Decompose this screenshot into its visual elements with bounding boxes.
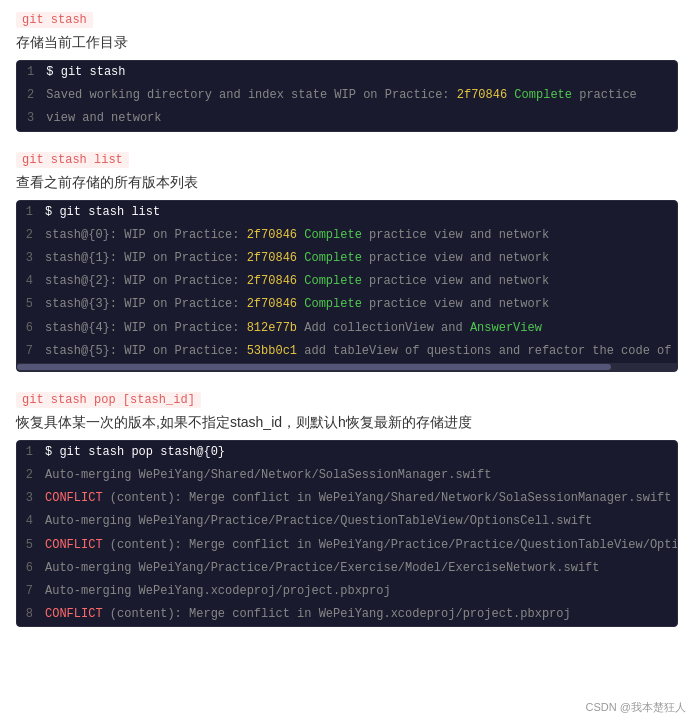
line-content: $ git stash pop stash@{0}: [41, 441, 678, 464]
table-row: 1$ git stash pop stash@{0}: [17, 441, 678, 464]
code-token: 2f70846: [457, 88, 507, 102]
code-token: Auto-merging WePeiYang/Shared/Network/So…: [45, 468, 491, 482]
table-row: 5stash@{3}: WIP on Practice: 2f70846 Com…: [17, 293, 678, 316]
code-token: Complete: [507, 88, 579, 102]
code-token: 812e77b: [247, 321, 297, 335]
line-content: Auto-merging WePeiYang/Shared/Network/So…: [41, 464, 678, 487]
line-content: stash@{3}: WIP on Practice: 2f70846 Comp…: [41, 293, 678, 316]
line-content: CONFLICT (content): Merge conflict in We…: [41, 487, 678, 510]
line-content: CONFLICT (content): Merge conflict in We…: [41, 603, 678, 626]
line-number: 6: [17, 557, 41, 580]
code-token: $ git stash pop stash@{0}: [45, 445, 225, 459]
code-token: Complete: [297, 297, 369, 311]
code-block-stash-pop: 1$ git stash pop stash@{0}2Auto-merging …: [16, 440, 678, 628]
line-number: 7: [17, 340, 41, 363]
code-token: practice: [579, 88, 637, 102]
line-number: 7: [17, 580, 41, 603]
table-row: 7stash@{5}: WIP on Practice: 53bb0c1 add…: [17, 340, 678, 363]
code-token: CONFLICT: [45, 607, 103, 621]
tag-label-stash: git stash: [16, 12, 93, 28]
code-token: CONFLICT: [45, 538, 103, 552]
line-number: 5: [17, 534, 41, 557]
line-content: CONFLICT (content): Merge conflict in We…: [41, 534, 678, 557]
code-token: 2f70846: [247, 251, 297, 265]
table-row: 4Auto-merging WePeiYang/Practice/Practic…: [17, 510, 678, 533]
tag-label-stash-list: git stash list: [16, 152, 129, 168]
section-desc-stash: 存储当前工作目录: [16, 34, 678, 52]
line-content: $ git stash: [42, 61, 677, 84]
watermark: CSDN @我本楚狂人: [586, 700, 686, 715]
table-row: 1$ git stash list: [17, 201, 678, 224]
page-container: git stash存储当前工作目录1$ git stash2Saved work…: [16, 10, 678, 627]
code-token: AnswerView: [470, 321, 542, 335]
code-table-stash-pop: 1$ git stash pop stash@{0}2Auto-merging …: [17, 441, 678, 627]
line-content: Auto-merging WePeiYang/Practice/Practice…: [41, 510, 678, 533]
line-number: 5: [17, 293, 41, 316]
code-token: (content): Merge conflict in WePeiYang.x…: [103, 607, 571, 621]
line-number: 8: [17, 603, 41, 626]
code-token: view and network: [46, 111, 161, 125]
table-row: 3stash@{1}: WIP on Practice: 2f70846 Com…: [17, 247, 678, 270]
code-token: Auto-merging WePeiYang/Practice/Practice…: [45, 561, 600, 575]
code-block-stash: 1$ git stash2Saved working directory and…: [16, 60, 678, 132]
code-table-stash-list: 1$ git stash list2stash@{0}: WIP on Prac…: [17, 201, 678, 363]
code-token: stash@{0}: WIP on Practice:: [45, 228, 247, 242]
scrollbar-thumb[interactable]: [17, 364, 611, 370]
code-token: add tableView of questions and refactor …: [297, 344, 678, 358]
line-content: stash@{2}: WIP on Practice: 2f70846 Comp…: [41, 270, 678, 293]
table-row: 3CONFLICT (content): Merge conflict in W…: [17, 487, 678, 510]
code-token: 2f70846: [247, 274, 297, 288]
code-token: Saved working directory and index state …: [46, 88, 456, 102]
code-token: practice view and network: [369, 297, 549, 311]
section-stash: git stash存储当前工作目录1$ git stash2Saved work…: [16, 10, 678, 132]
section-desc-stash-pop: 恢复具体某一次的版本,如果不指定stash_id，则默认h恢复最新的存储进度: [16, 414, 678, 432]
table-row: 4stash@{2}: WIP on Practice: 2f70846 Com…: [17, 270, 678, 293]
code-token: Auto-merging WePeiYang.xcodeproj/project…: [45, 584, 391, 598]
line-content: $ git stash list: [41, 201, 678, 224]
code-token: CONFLICT: [45, 491, 103, 505]
section-stash-pop: git stash pop [stash_id]恢复具体某一次的版本,如果不指定…: [16, 390, 678, 628]
table-row: 2Saved working directory and index state…: [17, 84, 677, 107]
line-number: 4: [17, 510, 41, 533]
line-number: 3: [17, 487, 41, 510]
line-content: stash@{1}: WIP on Practice: 2f70846 Comp…: [41, 247, 678, 270]
code-token: stash@{5}: WIP on Practice:: [45, 344, 247, 358]
code-token: Complete: [297, 228, 369, 242]
code-token: 53bb0c1: [247, 344, 297, 358]
line-number: 2: [17, 464, 41, 487]
line-number: 1: [17, 61, 42, 84]
table-row: 7Auto-merging WePeiYang.xcodeproj/projec…: [17, 580, 678, 603]
code-token: stash@{2}: WIP on Practice:: [45, 274, 247, 288]
line-number: 3: [17, 107, 42, 130]
code-token: practice view and network: [369, 251, 549, 265]
code-token: (content): Merge conflict in WePeiYang/S…: [103, 491, 672, 505]
code-token: Auto-merging WePeiYang/Practice/Practice…: [45, 514, 592, 528]
table-row: 8CONFLICT (content): Merge conflict in W…: [17, 603, 678, 626]
table-row: 2Auto-merging WePeiYang/Shared/Network/S…: [17, 464, 678, 487]
line-number: 2: [17, 84, 42, 107]
code-table-stash: 1$ git stash2Saved working directory and…: [17, 61, 677, 131]
line-content: stash@{4}: WIP on Practice: 812e77b Add …: [41, 317, 678, 340]
code-token: stash@{3}: WIP on Practice:: [45, 297, 247, 311]
tag-label-stash-pop: git stash pop [stash_id]: [16, 392, 201, 408]
code-token: 2f70846: [247, 228, 297, 242]
line-content: stash@{0}: WIP on Practice: 2f70846 Comp…: [41, 224, 678, 247]
line-number: 3: [17, 247, 41, 270]
code-token: $ git stash list: [45, 205, 160, 219]
code-token: 2f70846: [247, 297, 297, 311]
code-token: (content): Merge conflict in WePeiYang/P…: [103, 538, 678, 552]
line-number: 2: [17, 224, 41, 247]
line-content: Auto-merging WePeiYang/Practice/Practice…: [41, 557, 678, 580]
section-desc-stash-list: 查看之前存储的所有版本列表: [16, 174, 678, 192]
code-token: Add collectionView and: [297, 321, 470, 335]
table-row: 3view and network: [17, 107, 677, 130]
code-token: practice view and network: [369, 274, 549, 288]
table-row: 1$ git stash: [17, 61, 677, 84]
scrollbar-area[interactable]: [17, 363, 677, 371]
table-row: 6Auto-merging WePeiYang/Practice/Practic…: [17, 557, 678, 580]
line-content: Saved working directory and index state …: [42, 84, 677, 107]
code-block-stash-list: 1$ git stash list2stash@{0}: WIP on Prac…: [16, 200, 678, 372]
line-number: 4: [17, 270, 41, 293]
line-number: 1: [17, 201, 41, 224]
line-content: Auto-merging WePeiYang.xcodeproj/project…: [41, 580, 678, 603]
